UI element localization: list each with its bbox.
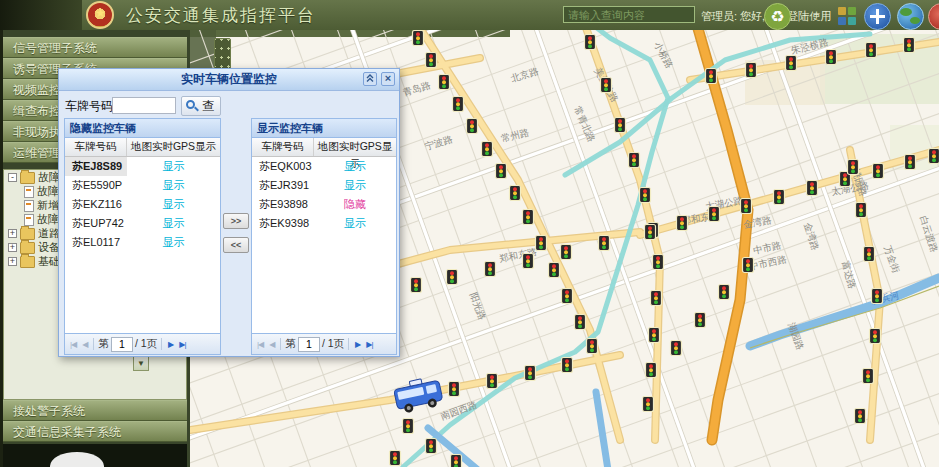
traffic-light-icon[interactable] [562, 358, 573, 373]
traffic-light-icon[interactable] [741, 199, 752, 214]
table-row[interactable]: 苏EUP742显示 [65, 214, 220, 233]
table-row[interactable]: 苏E5590P显示 [65, 176, 220, 195]
traffic-light-icon[interactable] [523, 254, 534, 269]
traffic-light-icon[interactable] [525, 366, 536, 381]
traffic-light-icon[interactable] [447, 270, 458, 285]
pager-prev-button[interactable]: ◀ [267, 340, 276, 349]
add-icon[interactable] [864, 3, 891, 30]
traffic-light-icon[interactable] [451, 455, 462, 467]
table-row[interactable]: 苏EL0117显示 [65, 233, 220, 252]
traffic-light-icon[interactable] [649, 328, 660, 343]
traffic-light-icon[interactable] [855, 409, 866, 424]
expander-icon[interactable]: + [8, 243, 17, 252]
traffic-light-icon[interactable] [549, 263, 560, 278]
traffic-light-icon[interactable] [523, 210, 534, 225]
pager-first-button[interactable]: |◀ [68, 340, 78, 349]
sidebar-item[interactable]: 接处警子系统 [3, 400, 187, 421]
traffic-light-icon[interactable] [453, 97, 464, 112]
apps-grid-icon[interactable] [838, 7, 856, 25]
move-right-button[interactable]: >> [223, 213, 249, 229]
traffic-light-icon[interactable] [786, 56, 797, 71]
traffic-light-icon[interactable] [439, 75, 450, 90]
traffic-light-icon[interactable] [646, 363, 657, 378]
gps-toggle-link[interactable]: 显示 [314, 157, 396, 176]
table-row[interactable]: 苏E93898隐藏 [252, 195, 396, 214]
traffic-light-icon[interactable] [873, 164, 884, 179]
expander-icon[interactable]: - [8, 173, 17, 182]
traffic-light-icon[interactable] [864, 247, 875, 262]
traffic-light-icon[interactable] [482, 142, 493, 157]
gps-toggle-link[interactable]: 显示 [127, 195, 220, 214]
pager-page-input[interactable] [298, 337, 320, 352]
traffic-light-icon[interactable] [653, 255, 664, 270]
traffic-light-icon[interactable] [719, 285, 730, 300]
traffic-light-icon[interactable] [643, 397, 654, 412]
plate-number-input[interactable] [112, 97, 176, 114]
traffic-light-icon[interactable] [485, 262, 496, 277]
search-button[interactable]: 查询 [181, 96, 221, 116]
traffic-light-icon[interactable] [870, 329, 881, 344]
traffic-light-icon[interactable] [426, 53, 437, 68]
globe-icon[interactable] [897, 3, 924, 30]
traffic-light-icon[interactable] [807, 181, 818, 196]
traffic-light-icon[interactable] [487, 374, 498, 389]
traffic-light-icon[interactable] [904, 38, 915, 53]
gps-toggle-link[interactable]: 显示 [314, 214, 396, 233]
pager-next-button[interactable]: ▶ [353, 340, 362, 349]
traffic-light-icon[interactable] [826, 50, 837, 65]
traffic-light-icon[interactable] [743, 258, 754, 273]
pager-last-button[interactable]: ▶| [364, 340, 374, 349]
traffic-light-icon[interactable] [562, 289, 573, 304]
table-row[interactable]: 苏EQK003显示 [252, 157, 396, 176]
traffic-light-icon[interactable] [872, 289, 883, 304]
move-left-button[interactable]: << [223, 237, 249, 253]
traffic-light-icon[interactable] [848, 160, 859, 175]
traffic-light-icon[interactable] [695, 313, 706, 328]
traffic-light-icon[interactable] [411, 278, 422, 293]
sidebar-item[interactable]: 信号管理子系统 [3, 37, 187, 58]
traffic-light-icon[interactable] [706, 69, 717, 84]
table-row[interactable]: 苏EKZ116显示 [65, 195, 220, 214]
gps-toggle-link[interactable]: 显示 [314, 176, 396, 195]
traffic-light-icon[interactable] [863, 369, 874, 384]
table-row[interactable]: 苏EJR391显示 [252, 176, 396, 195]
pager-last-button[interactable]: ▶| [177, 340, 187, 349]
traffic-light-icon[interactable] [905, 155, 916, 170]
expander-icon[interactable]: + [8, 257, 17, 266]
traffic-light-icon[interactable] [467, 119, 478, 134]
traffic-light-icon[interactable] [496, 164, 507, 179]
traffic-light-icon[interactable] [426, 439, 437, 454]
pager-page-input[interactable] [111, 337, 133, 352]
gps-toggle-link[interactable]: 显示 [127, 176, 220, 195]
traffic-light-icon[interactable] [856, 203, 867, 218]
traffic-light-icon[interactable] [671, 341, 682, 356]
refresh-icon[interactable]: ♻ [764, 3, 791, 30]
pager-first-button[interactable]: |◀ [255, 340, 265, 349]
traffic-light-icon[interactable] [587, 339, 598, 354]
gps-toggle-link[interactable]: 显示 [127, 233, 220, 252]
traffic-light-icon[interactable] [601, 78, 612, 93]
traffic-light-icon[interactable] [866, 43, 877, 58]
traffic-light-icon[interactable] [929, 149, 939, 164]
tree-scroll-down-button[interactable]: ▼ [133, 356, 149, 371]
traffic-light-icon[interactable] [774, 190, 785, 205]
traffic-light-icon[interactable] [413, 31, 424, 46]
traffic-light-icon[interactable] [585, 35, 596, 50]
traffic-light-icon[interactable] [561, 245, 572, 260]
traffic-light-icon[interactable] [651, 291, 662, 306]
header-search-input[interactable] [563, 6, 695, 23]
gps-toggle-link[interactable]: 显示 [127, 157, 220, 176]
traffic-light-icon[interactable] [615, 118, 626, 133]
traffic-light-icon[interactable] [709, 207, 720, 222]
gps-toggle-link[interactable]: 隐藏 [314, 195, 396, 214]
close-icon[interactable]: × [381, 72, 395, 86]
traffic-light-icon[interactable] [403, 419, 414, 434]
traffic-light-icon[interactable] [599, 236, 610, 251]
traffic-light-icon[interactable] [640, 188, 651, 203]
table-row[interactable]: 苏EK9398显示 [252, 214, 396, 233]
traffic-light-icon[interactable] [645, 225, 656, 240]
traffic-light-icon[interactable] [449, 382, 460, 397]
traffic-light-icon[interactable] [510, 186, 521, 201]
gps-toggle-link[interactable]: 显示 [127, 214, 220, 233]
traffic-light-icon[interactable] [536, 236, 547, 251]
